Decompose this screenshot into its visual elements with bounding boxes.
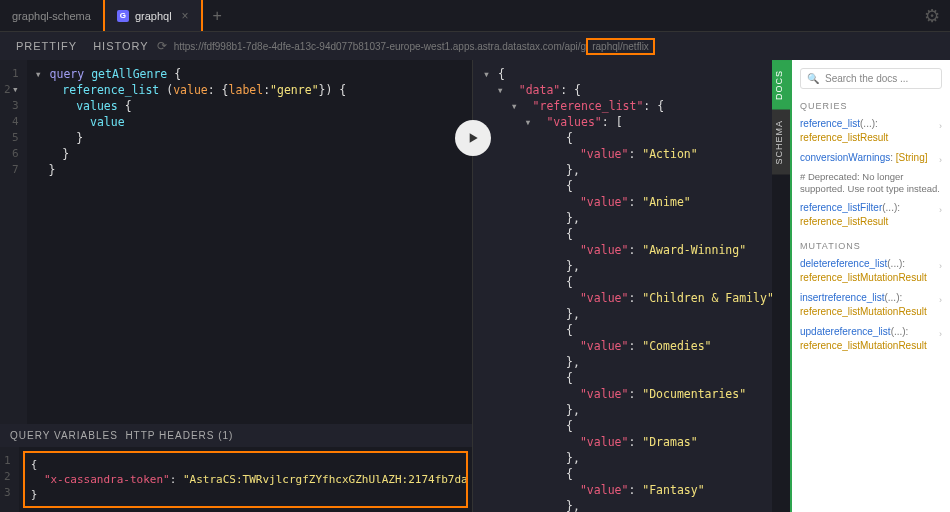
tab-schema[interactable]: graphql-schema bbox=[0, 0, 103, 31]
mutations-heading: MUTATIONS bbox=[800, 241, 942, 251]
doc-item-update[interactable]: updatereference_list(...): reference_lis… bbox=[800, 325, 942, 353]
gear-icon[interactable]: ⚙ bbox=[924, 5, 940, 27]
search-icon: 🔍 bbox=[807, 73, 819, 84]
chevron-right-icon: › bbox=[939, 293, 942, 307]
vars-gutter: 123 bbox=[0, 447, 19, 512]
search-input[interactable]: 🔍 Search the docs ... bbox=[800, 68, 942, 89]
queries-heading: QUERIES bbox=[800, 101, 942, 111]
chevron-right-icon: › bbox=[939, 119, 942, 133]
query-editor[interactable]: ▾ query getAllGenre { reference_list (va… bbox=[27, 60, 472, 424]
doc-item-reference-list[interactable]: reference_list(...): reference_listResul… bbox=[800, 117, 942, 145]
doc-item-reference-list-filter[interactable]: reference_listFilter(...): reference_lis… bbox=[800, 201, 942, 229]
prettify-button[interactable]: PRETTIFY bbox=[8, 36, 85, 56]
headers-editor[interactable]: { "x-cassandra-token": "AstraCS:TWRvjlcr… bbox=[23, 451, 468, 508]
doc-item-insert[interactable]: insertreference_list(...): reference_lis… bbox=[800, 291, 942, 319]
chevron-right-icon: › bbox=[939, 259, 942, 273]
line-gutter: 12▾34567 bbox=[0, 60, 27, 424]
docs-panel: 🔍 Search the docs ... QUERIES reference_… bbox=[790, 60, 950, 512]
docs-tab[interactable]: DOCS bbox=[772, 60, 790, 110]
toolbar: PRETTIFY HISTORY ⟳ https://fdf998b1-7d8e… bbox=[0, 32, 950, 60]
deprecation-note: # Deprecated: No longer supported. Use r… bbox=[800, 171, 942, 195]
add-tab-button[interactable]: + bbox=[203, 7, 232, 25]
endpoint-url[interactable]: https://fdf998b1-7d8e-4dfe-a13c-94d077b8… bbox=[174, 41, 655, 52]
history-button[interactable]: HISTORY bbox=[85, 36, 157, 56]
schema-tab[interactable]: SCHEMA bbox=[772, 110, 790, 175]
doc-item-conversion-warnings[interactable]: conversionWarnings: [String]› bbox=[800, 151, 942, 165]
chevron-right-icon: › bbox=[939, 203, 942, 217]
graphql-icon: G bbox=[117, 10, 129, 22]
execute-button[interactable] bbox=[455, 120, 491, 156]
doc-item-delete[interactable]: deletereference_list(...): reference_lis… bbox=[800, 257, 942, 285]
reload-icon[interactable]: ⟳ bbox=[157, 39, 168, 53]
tab-graphql[interactable]: G graphql × bbox=[103, 0, 203, 31]
chevron-right-icon: › bbox=[939, 153, 942, 167]
tab-bar: graphql-schema G graphql × + ⚙ bbox=[0, 0, 950, 32]
tab-query-variables[interactable]: QUERY VARIABLES bbox=[10, 430, 118, 441]
chevron-right-icon: › bbox=[939, 327, 942, 341]
tab-http-headers[interactable]: HTTP HEADERS (1) bbox=[125, 430, 233, 441]
response-viewer[interactable]: ▾ { ▾ "data": { ▾ "reference_list": { ▾ … bbox=[472, 60, 772, 512]
close-icon[interactable]: × bbox=[182, 9, 189, 23]
